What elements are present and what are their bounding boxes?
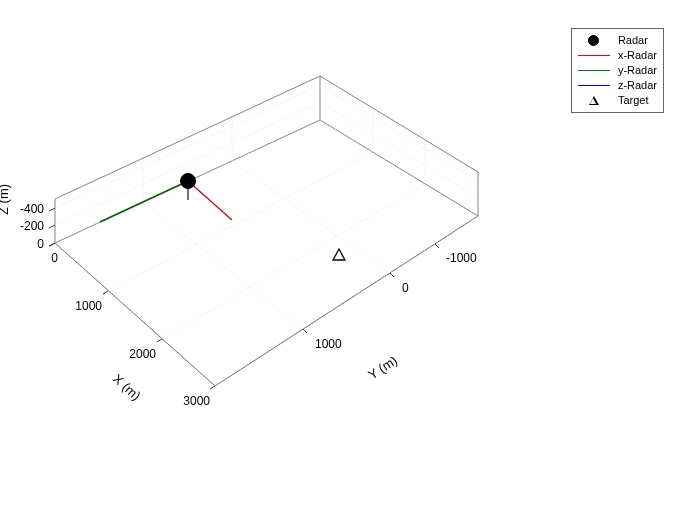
x-tick-0: 0 — [51, 251, 58, 265]
z-tick-2: -400 — [20, 202, 44, 216]
legend-item-y-radar: y-Radar — [578, 63, 657, 78]
line-icon — [578, 64, 610, 78]
legend-item-x-radar: x-Radar — [578, 48, 657, 63]
z-tick-0: 0 — [37, 237, 44, 251]
filled-circle-icon — [578, 34, 610, 48]
legend-label: x-Radar — [614, 48, 657, 63]
legend-item-z-radar: z-Radar — [578, 78, 657, 93]
y-tick-2: -1000 — [446, 251, 477, 265]
x-tick-1: 1000 — [75, 299, 102, 313]
x-tick-3: 3000 — [183, 394, 210, 408]
legend-item-target: Target — [578, 93, 657, 108]
line-icon — [578, 49, 610, 63]
figure-3d: 0 1000 2000 3000 1000 0 -1000 0 -200 -40… — [0, 0, 694, 520]
y-tick-1: 0 — [402, 281, 409, 295]
y-tick-0: 1000 — [315, 337, 342, 351]
legend-label: z-Radar — [614, 78, 657, 93]
z-axis-label: Z (m) — [0, 184, 11, 215]
x-tick-2: 2000 — [129, 347, 156, 361]
legend-label: Target — [614, 93, 649, 108]
legend-item-radar: Radar — [578, 33, 657, 48]
z-tick-1: -200 — [20, 219, 44, 233]
legend: Radar x-Radar y-Radar z-Radar Target — [571, 28, 664, 113]
legend-label: Radar — [614, 33, 648, 48]
legend-label: y-Radar — [614, 63, 657, 78]
radar-marker — [181, 174, 196, 189]
open-triangle-icon — [578, 94, 610, 108]
line-icon — [578, 79, 610, 93]
